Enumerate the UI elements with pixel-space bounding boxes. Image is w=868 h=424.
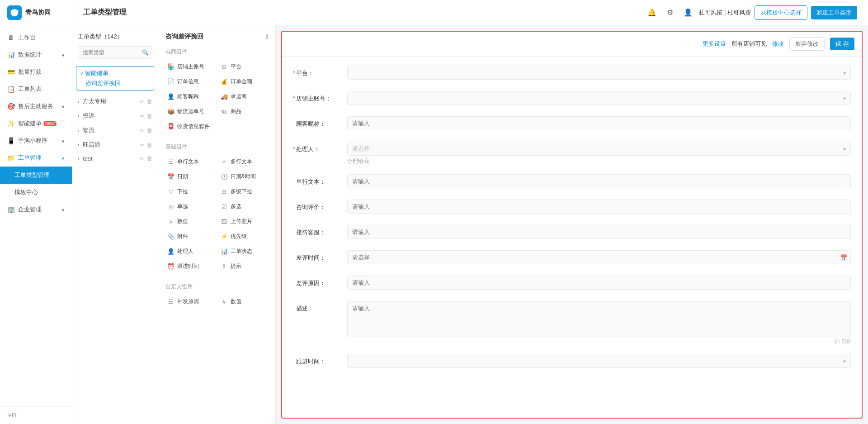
sidebar-item-ticket-type-mgmt[interactable]: 工单类型管理: [0, 167, 72, 184]
service-agent-control: [347, 225, 851, 239]
sidebar-item-mini-program[interactable]: 📱 手淘小程序 ∨: [0, 132, 72, 149]
edit-icon[interactable]: ✏: [140, 155, 145, 162]
sidebar-item-workbench[interactable]: 🖥 工作台: [0, 29, 72, 46]
datetime-icon: 🕐: [221, 173, 228, 181]
delete-icon[interactable]: 🗑: [146, 113, 152, 119]
component-attachment[interactable]: 📎 附件: [164, 229, 217, 244]
component-delivery-info[interactable]: 📮 收货信息套件: [158, 119, 275, 134]
handler-select[interactable]: 请选择: [347, 142, 851, 156]
component-dropdown[interactable]: ▽ 下拉: [164, 184, 217, 199]
sidebar-item-enterprise-mgmt[interactable]: 🏢 企业管理 ∨: [0, 201, 72, 218]
component-tips[interactable]: ℹ 提示: [217, 259, 270, 274]
follow-time-select[interactable]: [347, 354, 851, 368]
form-row-bad-review-time: *差评时间：: [293, 250, 851, 267]
smart-child-item[interactable]: 咨询差评挽回: [80, 77, 150, 87]
component-datetime[interactable]: 🕐 日期&时间: [217, 169, 270, 184]
delete-icon[interactable]: 🗑: [146, 127, 152, 134]
delete-icon[interactable]: 🗑: [146, 155, 152, 162]
component-product[interactable]: 🛍 商品: [217, 104, 270, 119]
description-textarea[interactable]: [347, 301, 851, 337]
sidebar-item-ticket-mgmt[interactable]: 📁 工单管理 ∧: [0, 149, 72, 167]
tree-group-test[interactable]: › test ✏ 🗑: [72, 152, 158, 165]
customer-nick-input[interactable]: [347, 116, 851, 130]
component-order-info[interactable]: 📄 订单信息: [164, 74, 217, 89]
delete-icon[interactable]: 🗑: [146, 142, 152, 148]
sidebar-item-template-center[interactable]: 模板中心: [0, 184, 72, 201]
smart-group-item[interactable]: ∨ 智能建单: [80, 69, 150, 77]
search-box: 🔍: [78, 46, 152, 59]
component-customer-nick[interactable]: 👤 顾客昵称: [164, 89, 217, 104]
handler-select-wrapper: 请选择: [347, 142, 851, 156]
component-label: 多级下拉: [231, 188, 252, 195]
component-logistics-no[interactable]: 📦 物流运单号: [164, 104, 217, 119]
service-agent-input[interactable]: [347, 225, 851, 239]
sidebar-item-label: 工单列表: [18, 85, 42, 93]
component-date[interactable]: 📅 日期: [164, 169, 217, 184]
edit-link[interactable]: 修改: [772, 40, 784, 48]
edit-icon[interactable]: ✏: [140, 113, 145, 119]
sidebar-item-batch-print[interactable]: 💳 批量打款: [0, 63, 72, 81]
component-ticket-status[interactable]: 📊 工单状态: [217, 244, 270, 259]
bad-review-time-input[interactable]: [347, 250, 851, 264]
component-multi-dropdown[interactable]: ⊞ 多级下拉: [217, 184, 270, 199]
component-store-account[interactable]: 🏪 店铺主账号: [164, 59, 217, 74]
consult-rating-input[interactable]: [347, 200, 851, 214]
component-custom-number[interactable]: # 数值: [217, 294, 270, 309]
store-account-select[interactable]: [347, 91, 851, 105]
sidebar-item-smart-create[interactable]: ✨ 智能建单 NEW: [0, 115, 72, 132]
component-order-amount[interactable]: 💰 订单金额: [217, 74, 270, 89]
edit-icon[interactable]: ✏: [140, 142, 145, 148]
abandon-button[interactable]: 放弃修改: [789, 37, 825, 51]
group-actions: ✏ 🗑: [140, 142, 152, 148]
description-control: 0 / 500: [347, 301, 851, 345]
search-input[interactable]: [78, 46, 152, 59]
delete-icon[interactable]: 🗑: [146, 98, 152, 105]
component-priority[interactable]: ⚡ 优先级: [217, 229, 270, 244]
bad-review-reason-label: *差评原因：: [293, 276, 347, 287]
component-follow-time[interactable]: ⏰ 跟进时间: [164, 259, 217, 274]
bad-review-time-control: [347, 250, 851, 264]
sidebar-item-proactive-service[interactable]: 🎯 售后主动服务 ∨: [0, 98, 72, 115]
component-reissue-reason[interactable]: ☰ 补发原因: [164, 294, 217, 309]
collapse-button[interactable]: IeFt: [7, 412, 65, 419]
component-label: 单行文本: [177, 158, 199, 166]
sidebar-item-ticket-list[interactable]: 📋 工单列表: [0, 81, 72, 98]
bad-review-reason-input[interactable]: [347, 276, 851, 290]
save-button[interactable]: 保 存: [830, 38, 854, 50]
new-ticket-type-button[interactable]: 新建工单类型: [811, 6, 857, 19]
sidebar-item-data-stats[interactable]: 📊 数据统计 ∨: [0, 46, 72, 63]
platform-select[interactable]: [347, 66, 851, 80]
logistics-icon: 📦: [167, 108, 175, 115]
chevron-down-icon: ∨: [80, 71, 83, 76]
component-handler[interactable]: 👤 处理人: [164, 244, 217, 259]
tree-group-wangdiantong[interactable]: › 旺店通 ✏ 🗑: [72, 138, 158, 152]
single-text-input[interactable]: [347, 174, 851, 188]
settings-icon[interactable]: ⚙: [663, 5, 677, 20]
user-icon[interactable]: 👤: [681, 5, 695, 20]
component-label: 数值: [231, 298, 241, 305]
component-single-text[interactable]: ☰ 单行文本: [164, 154, 217, 169]
tree-group-logistics[interactable]: › 物流 ✏ 🗑: [72, 123, 158, 138]
component-multi-choice[interactable]: ☑ 多选: [217, 199, 270, 214]
notification-icon[interactable]: 🔔: [645, 5, 659, 20]
chevron-right-icon: ›: [78, 128, 79, 133]
component-label: 补发原因: [177, 298, 199, 305]
follow-time-label: *跟进时间：: [293, 354, 347, 366]
proactive-service-icon: 🎯: [7, 103, 14, 110]
ticket-list-icon: 📋: [7, 86, 14, 93]
component-upload-image[interactable]: 🖼 上传图片: [217, 214, 270, 229]
edit-icon[interactable]: ✏: [140, 98, 145, 105]
component-platform[interactable]: ⊞ 平台: [217, 59, 270, 74]
component-multi-text[interactable]: ≡ 多行文本: [217, 154, 270, 169]
component-label: 日期&时间: [231, 173, 256, 181]
component-carrier[interactable]: 🚚 承运商: [217, 89, 270, 104]
component-single-choice[interactable]: ◎ 单选: [164, 199, 217, 214]
component-number[interactable]: # 数值: [164, 214, 217, 229]
edit-icon[interactable]: ✏: [140, 127, 145, 134]
component-label: 平台: [231, 63, 241, 71]
template-center-button[interactable]: 从模板中心选择: [755, 5, 807, 20]
tree-group-complaints[interactable]: › 投诉 ✏ 🗑: [72, 109, 158, 123]
tree-group-fangtai[interactable]: › 方太专用 ✏ 🗑: [72, 94, 158, 109]
tree-list: ∨ 智能建单 咨询差评挽回 › 方太专用 ✏ 🗑: [72, 64, 158, 417]
more-settings-link[interactable]: 更多设置: [703, 40, 726, 48]
